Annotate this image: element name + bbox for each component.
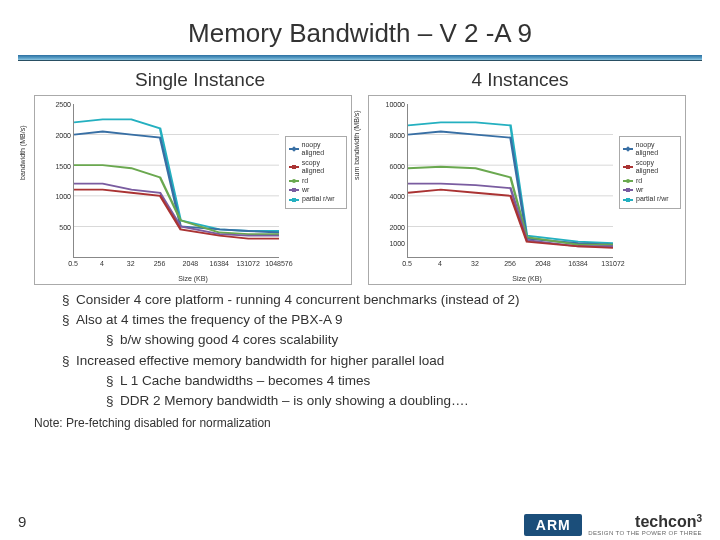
chart-right-xticks: 0.5 4 32 256 2048 16384 131072 [407, 260, 613, 270]
chart-left-xticks: 0.5 4 32 256 2048 16384 131072 1048576 [73, 260, 279, 270]
techcon-wordmark: techcon3 DESIGN TO THE POWER OF THREE [588, 514, 702, 536]
chart-left-xlabel: Size (KB) [178, 275, 208, 282]
chart-right-xlabel: Size (KB) [512, 275, 542, 282]
chart-left-legend: noopy aligned scopy aligned rd wr partia… [285, 136, 347, 209]
chart-right-legend: noopy aligned scopy aligned rd wr partia… [619, 136, 681, 209]
chart-right-plot [407, 104, 613, 258]
title-underline [18, 55, 702, 61]
chart-left-ylabel: bandwidth (MB/s) [19, 126, 26, 180]
bullet-item: Also at 4 times the frequency of the PBX… [62, 311, 684, 329]
chart-left-yticks: 2500 2000 1500 1000 500 [47, 104, 71, 258]
chart-right-subtitle: 4 Instances [360, 69, 680, 91]
sub-bullet-item: b/w showing good 4 cores scalability [106, 331, 684, 349]
sub-bullet-item: L 1 Cache bandwidths – becomes 4 times [106, 372, 684, 390]
sub-bullet-item: DDR 2 Memory bandwidth – is only showing… [106, 392, 684, 410]
bullet-item: Increased effective memory bandwidth for… [62, 352, 684, 370]
bullet-item: Consider 4 core platform - running 4 con… [62, 291, 684, 309]
chart-left-plot [73, 104, 279, 258]
arm-logo-icon: ARM [524, 514, 582, 536]
chart-right-yticks: 10000 8000 6000 4000 2000 1000 [381, 104, 405, 258]
chart-four-instances: sum bandwidth (MB/s) Size (KB) 10000 800… [368, 95, 686, 285]
footnote: Note: Pre-fetching disabled for normaliz… [34, 416, 720, 430]
chart-single-instance: bandwidth (MB/s) Size (KB) 2500 2000 150… [34, 95, 352, 285]
page-number: 9 [18, 513, 26, 530]
bullet-list: Consider 4 core platform - running 4 con… [62, 291, 684, 410]
slide-footer: 9 ARM techcon3 DESIGN TO THE POWER OF TH… [0, 498, 720, 540]
chart-right-ylabel: sum bandwidth (MB/s) [353, 110, 360, 180]
slide-title: Memory Bandwidth – V 2 -A 9 [0, 0, 720, 55]
chart-left-subtitle: Single Instance [40, 69, 360, 91]
brand-block: ARM techcon3 DESIGN TO THE POWER OF THRE… [524, 514, 702, 536]
